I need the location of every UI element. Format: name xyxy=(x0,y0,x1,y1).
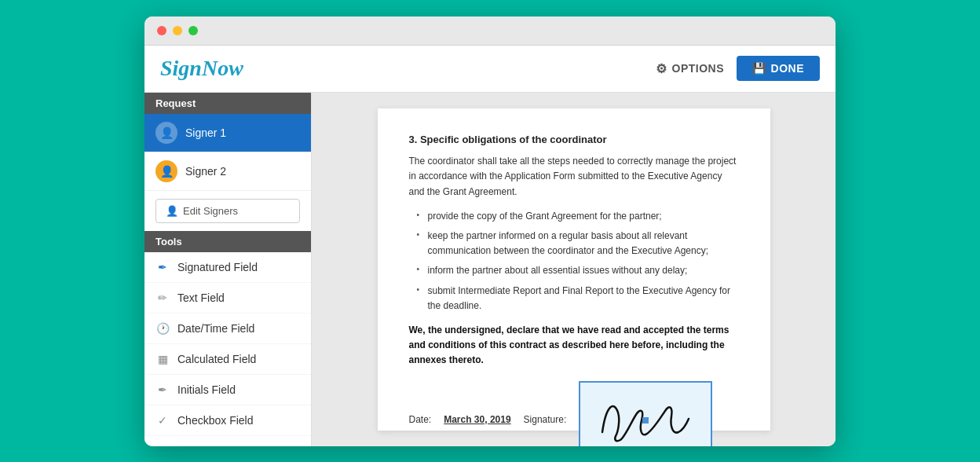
list-item: provide the copy of the Grant Agreement … xyxy=(417,209,739,224)
done-button[interactable]: 💾 DONE xyxy=(737,56,820,81)
statement: We, the undersigned, declare that we hav… xyxy=(409,323,739,368)
clock-icon: 🕐 xyxy=(155,321,170,336)
avatar-signer-2: 👤 xyxy=(155,160,177,182)
radio-icon: ○ xyxy=(155,444,170,446)
gear-icon: ⚙ xyxy=(656,61,667,76)
signature-row: Date: March 30, 2019 Signature: xyxy=(409,381,739,446)
tool-text-field[interactable]: ✏ Text Field xyxy=(144,283,311,314)
section-heading: 3. Specific obligations of the coordinat… xyxy=(409,132,739,148)
signature-icon: ✒ xyxy=(155,260,170,274)
sidebar: Request 👤 Signer 1 👤 Signer 2 👤 Edit Sig… xyxy=(144,93,312,446)
signature-label: Signature: xyxy=(524,412,567,427)
text-icon: ✏ xyxy=(155,291,170,305)
tool-datetime-field[interactable]: 🕐 Date/Time Field xyxy=(144,314,311,344)
list-item: inform the partner about all essential i… xyxy=(417,263,739,278)
header: SignNow ⚙ OPTIONS 💾 DONE xyxy=(144,46,836,93)
close-button[interactable] xyxy=(157,26,166,35)
initials-icon: ✒ xyxy=(155,383,170,397)
save-icon: 💾 xyxy=(752,62,766,75)
app-container: SignNow ⚙ OPTIONS 💾 DONE Request xyxy=(144,46,836,446)
checkbox-icon: ✓ xyxy=(155,413,170,427)
header-actions: ⚙ OPTIONS 💾 DONE xyxy=(656,56,820,81)
signer-2-name: Signer 2 xyxy=(185,165,226,178)
signer-1-name: Signer 1 xyxy=(185,126,226,139)
app-window: SignNow ⚙ OPTIONS 💾 DONE Request xyxy=(144,16,836,446)
request-section-header: Request xyxy=(144,93,311,114)
tool-initials-field[interactable]: ✒ Initials Field xyxy=(144,375,311,405)
obligations-list: provide the copy of the Grant Agreement … xyxy=(409,209,739,314)
signature-image xyxy=(591,389,700,446)
list-item: submit Intermediate Report and Final Rep… xyxy=(417,284,739,314)
maximize-button[interactable] xyxy=(188,26,198,35)
tools-section-header: Tools xyxy=(144,231,311,252)
titlebar xyxy=(144,16,836,46)
intro-paragraph: The coordinator shall take all the steps… xyxy=(409,154,739,200)
tool-radio-field[interactable]: ○ Radio Button Group xyxy=(144,436,311,446)
tool-checkbox-field[interactable]: ✓ Checkbox Field xyxy=(144,405,311,436)
signature-box[interactable] xyxy=(579,381,712,446)
edit-signers-button[interactable]: 👤 Edit Signers xyxy=(155,199,300,223)
signer-item-1[interactable]: 👤 Signer 1 xyxy=(144,114,311,152)
calculator-icon: ▦ xyxy=(155,352,170,366)
avatar-signer-1: 👤 xyxy=(155,122,177,144)
main-content: Request 👤 Signer 1 👤 Signer 2 👤 Edit Sig… xyxy=(144,93,836,446)
tool-calculated-field[interactable]: ▦ Calculated Field xyxy=(144,344,311,375)
content-area: 3. Specific obligations of the coordinat… xyxy=(312,93,836,446)
date-value: March 30, 2019 xyxy=(444,412,510,427)
list-item: keep the partner informed on a regular b… xyxy=(417,229,739,258)
tool-signature-field[interactable]: ✒ Signatured Field xyxy=(144,252,311,283)
options-button[interactable]: ⚙ OPTIONS xyxy=(656,61,724,76)
signer-item-2[interactable]: 👤 Signer 2 xyxy=(144,152,311,191)
person-icon: 👤 xyxy=(166,205,178,217)
logo: SignNow xyxy=(160,56,243,81)
date-label: Date: xyxy=(409,412,432,427)
document: 3. Specific obligations of the coordinat… xyxy=(378,108,770,431)
minimize-button[interactable] xyxy=(173,26,182,35)
